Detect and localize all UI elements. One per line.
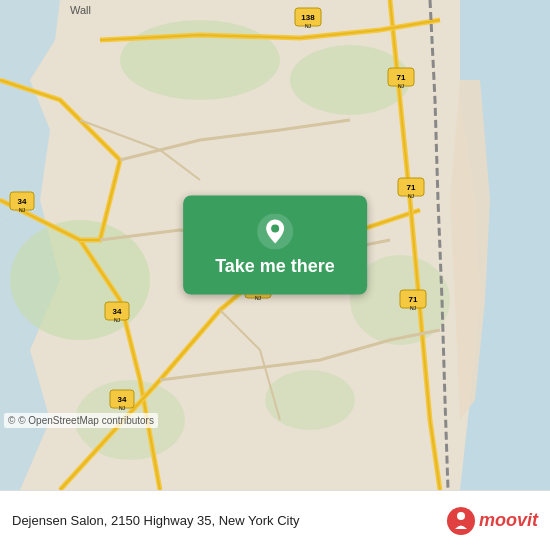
svg-point-33 [271,225,279,233]
moovit-icon [447,507,475,535]
location-pin-icon [257,214,293,250]
svg-text:NJ: NJ [410,305,417,311]
svg-text:34: 34 [113,307,122,316]
map-attribution: © © OpenStreetMap contributors [4,413,158,428]
svg-text:34: 34 [118,395,127,404]
svg-point-6 [265,370,355,430]
svg-point-2 [120,20,280,100]
take-me-there-button[interactable]: Take me there [183,196,367,295]
svg-text:34: 34 [18,197,27,206]
svg-text:NJ: NJ [119,405,126,411]
svg-text:NJ: NJ [305,23,312,29]
svg-text:NJ: NJ [255,295,262,301]
map-container: 34 NJ 34 NJ 34 NJ 138 NJ 71 NJ 71 NJ 71 … [0,0,550,490]
svg-text:71: 71 [397,73,406,82]
svg-text:71: 71 [407,183,416,192]
attribution-copyright: © [8,415,15,426]
moovit-label: moovit [479,510,538,531]
svg-text:NJ: NJ [408,193,415,199]
svg-text:NJ: NJ [398,83,405,89]
location-text: Dejensen Salon, 2150 Highway 35, New Yor… [12,513,437,528]
svg-text:138: 138 [301,13,315,22]
attribution-text: © OpenStreetMap contributors [18,415,154,426]
svg-point-34 [447,507,475,535]
take-me-there-label: Take me there [215,256,335,277]
moovit-logo: moovit [447,507,538,535]
svg-point-35 [457,512,465,520]
svg-text:NJ: NJ [114,317,121,323]
svg-text:Wall: Wall [70,4,91,16]
svg-text:71: 71 [409,295,418,304]
svg-text:NJ: NJ [19,207,26,213]
bottom-bar: Dejensen Salon, 2150 Highway 35, New Yor… [0,490,550,550]
